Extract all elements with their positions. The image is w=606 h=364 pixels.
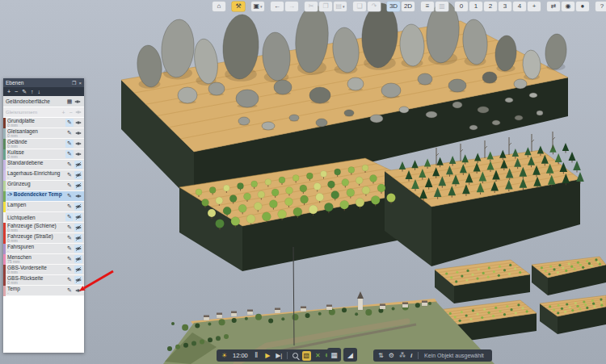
info-icon[interactable]: i [410,352,412,359]
zoom-tool-icon[interactable] [291,351,300,361]
edit-layer-icon[interactable]: ✎ [65,203,74,211]
duplicate-icon[interactable]: ❏ [353,2,366,11]
undo-icon[interactable]: ← [271,2,284,11]
layer-row[interactable]: Fahrzeuge (Straße)0 mm✎ [3,233,84,244]
layer-row[interactable]: -> Bodendecker Temp-✎ [3,191,84,202]
screenshot-icon[interactable]: ◉ [562,2,574,11]
layer-row[interactable]: Standardebene-✎ [3,160,84,170]
play-icon[interactable]: ▶ [263,351,272,361]
remove-layer-icon[interactable]: − [15,89,18,94]
split-view-icon[interactable]: ≡ [421,2,434,11]
visibility-eye-icon[interactable] [74,140,82,148]
grid-view-button[interactable]: ▦ [327,348,341,362]
edit-layer-icon[interactable]: ✎ [65,119,74,127]
move-layer-up-icon[interactable]: ↑ [31,89,34,94]
visibility-eye-off-icon[interactable] [74,266,82,274]
track-numbers-row[interactable]: Gleisnummern + − [3,107,84,118]
edit-layer-icon[interactable]: ✎ [65,266,74,274]
plus-icon[interactable]: + [60,110,67,115]
edit-layer-icon[interactable]: ✎ [65,161,74,169]
options-gear-icon[interactable]: ⚙ [389,352,394,359]
visibility-eye-icon[interactable] [74,150,82,158]
view-2d-button[interactable]: 2D [402,2,415,11]
layer-row[interactable]: Fahrspuren-✎ [3,244,84,254]
visibility-eye-off-icon[interactable] [74,255,82,263]
settings-sliders-icon[interactable]: ⇅ [378,352,384,359]
camera-2-button[interactable]: 2 [484,2,497,11]
edit-layer-icon[interactable]: ✎ [65,150,74,158]
camera-0-button[interactable]: 0 [455,2,468,11]
layer-row[interactable]: GBS-Rückseite0 mm✎ [3,275,84,286]
edit-mode-icon[interactable]: ⚒ [232,2,245,11]
layer-row[interactable]: Lampen-✎ [3,202,84,212]
pause-icon[interactable]: Ⅱ [252,351,261,361]
layer-row[interactable]: Temp-✎ [3,286,84,296]
camera-3-button[interactable]: 3 [499,2,511,11]
copy-icon[interactable]: ❐ [319,2,332,11]
home-icon[interactable]: ⌂ [213,2,225,11]
edit-layer-icon[interactable]: ✎ [65,182,74,190]
layer-row[interactable]: Gleisanlagen0 mm✎ [3,128,84,139]
camera-add-button[interactable]: + [528,2,541,11]
visibility-eye-off-icon[interactable] [74,203,82,211]
visibility-eye-off-icon[interactable] [74,213,82,221]
surface-row[interactable]: Geländeoberfläche ▦ [3,96,84,107]
placement-tool-icon[interactable]: ▧ [302,351,311,361]
scatter-tool-icon[interactable]: ✕ [314,351,322,361]
visibility-eye-off-icon[interactable] [74,245,82,253]
edit-layer-icon[interactable]: ✎ [65,224,74,232]
visibility-eye-icon[interactable] [74,109,82,115]
save-icon[interactable]: ▣▾ [251,2,264,11]
redo-icon[interactable]: → [285,2,298,11]
edit-layer-icon[interactable]: ✎ [65,255,74,263]
popout-icon[interactable]: ❐ [72,80,76,86]
move-layer-down-icon[interactable]: ↓ [38,89,41,94]
edit-layer-icon[interactable]: ✎ [65,171,74,179]
terrain-button[interactable]: ◢ [343,348,357,362]
visibility-eye-icon[interactable] [74,192,82,200]
close-icon[interactable]: × [78,81,82,86]
edit-layer-icon[interactable]: ✎ [65,234,74,242]
grid-icon[interactable]: ▦ [65,98,74,106]
visibility-eye-off-icon[interactable] [74,276,82,284]
edit-layer-icon[interactable]: ✎ [65,245,74,253]
view-layout-icon[interactable]: ▥ [436,2,448,11]
edit-layer-icon[interactable]: ✎ [65,140,74,148]
edit-layer-icon[interactable]: ✎ [22,89,27,95]
visibility-eye-icon[interactable] [74,119,82,127]
layer-row[interactable]: GBS-Vorderseite0 mm✎ [3,265,84,275]
viewport-3d[interactable] [0,0,606,364]
visibility-eye-icon[interactable] [74,287,82,295]
layer-row[interactable]: Lagerhaus-Einrichtung-✎ [3,170,84,181]
paste-icon[interactable]: ▤▾ [334,2,347,11]
insert-again-icon[interactable]: ↷ [368,2,381,11]
visibility-eye-off-icon[interactable] [74,171,82,179]
edit-layer-icon[interactable]: ✎ [65,287,74,295]
camera-1-button[interactable]: 1 [469,2,482,11]
edit-layer-icon[interactable]: ✎ [65,192,74,200]
visibility-eye-off-icon[interactable] [74,234,82,242]
view-3d-button[interactable]: 3D [387,2,400,11]
cut-icon[interactable]: ✂ [305,2,318,11]
visibility-eye-off-icon[interactable] [74,224,82,232]
step-forward-icon[interactable]: ▶| [275,351,284,361]
record-icon[interactable]: ● [576,2,589,11]
add-layer-icon[interactable]: + [7,89,11,94]
camera-4-button[interactable]: 4 [513,2,526,11]
camera-swap-icon[interactable]: ⇄ [547,2,560,11]
visibility-eye-off-icon[interactable] [74,161,82,169]
minus-icon[interactable]: − [67,110,74,115]
help-button[interactable]: ? [595,2,606,11]
edit-layer-icon[interactable]: ✎ [65,129,74,137]
layer-row[interactable]: Fahrzeuge (Schiene)0 mm✎ [3,223,84,233]
track-tool-icon[interactable]: ⁂ [399,352,406,359]
layer-row[interactable]: Grünzeug-✎ [3,181,84,191]
edit-layer-icon[interactable]: ✎ [65,276,74,284]
visibility-eye-icon[interactable] [74,98,82,106]
layer-row[interactable]: Grundplatte0 mm✎ [3,118,84,128]
daylight-icon[interactable]: ☀ [220,351,229,361]
edit-layer-icon[interactable]: ✎ [65,213,74,221]
layer-row[interactable]: Kulisse0 mm✎ [3,149,84,160]
layer-row[interactable]: Lichtquellen✎ [3,212,84,223]
layer-row[interactable]: Gelände0 mm✎ [3,139,84,149]
